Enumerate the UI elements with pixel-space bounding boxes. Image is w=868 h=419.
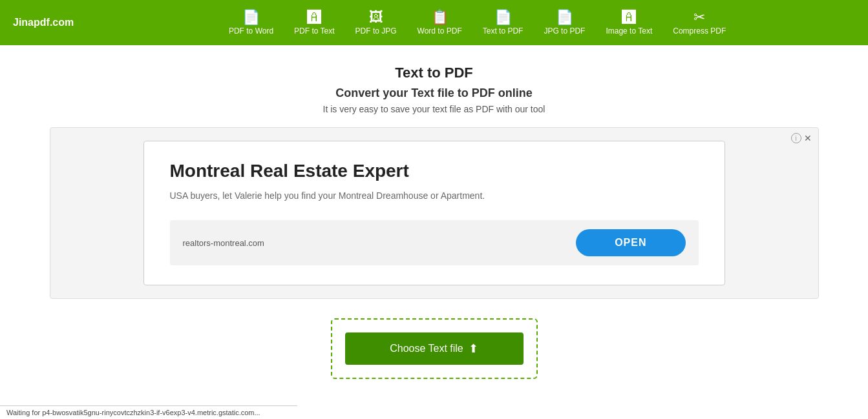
page-subtitle: Convert your Text file to PDF online (335, 87, 533, 100)
nav-item-compress-pdf[interactable]: ✂ Compress PDF (662, 5, 736, 41)
jpg-to-pdf-icon: 📄 (556, 10, 573, 25)
nav-item-label-image-to-text: Image to Text (606, 26, 652, 36)
choose-button-label: Choose Text file (390, 343, 463, 354)
nav-item-text-to-pdf[interactable]: 📄 Text to PDF (472, 5, 534, 41)
text-to-pdf-icon: 📄 (494, 10, 512, 25)
word-to-pdf-icon: 📋 (431, 10, 449, 25)
ad-inner: Montreal Real Estate Expert USA buyers, … (143, 141, 725, 285)
ad-text: USA buyers, let Valerie help you find yo… (170, 190, 699, 201)
nav-item-label-jpg-to-pdf: JPG to PDF (544, 26, 585, 36)
nav-item-label-pdf-to-jpg: PDF to JPG (355, 26, 397, 36)
ad-open-button[interactable]: OPEN (576, 229, 685, 256)
pdf-to-jpg-icon: 🖼 (369, 10, 383, 25)
nav-item-word-to-pdf[interactable]: 📋 Word to PDF (407, 5, 472, 41)
compress-pdf-icon: ✂ (693, 10, 705, 25)
page-description: It is very easy to save your text file a… (323, 104, 545, 114)
nav-item-label-compress-pdf: Compress PDF (673, 26, 726, 36)
nav-item-label-text-to-pdf: Text to PDF (483, 26, 524, 36)
ad-controls: i ✕ (791, 133, 812, 143)
nav-item-pdf-to-word[interactable]: 📄 PDF to Word (218, 5, 284, 41)
nav-item-jpg-to-pdf[interactable]: 📄 JPG to PDF (533, 5, 595, 41)
nav-item-label-pdf-to-text: PDF to Text (294, 26, 334, 36)
main-nav: 📄 PDF to Word 🅰 PDF to Text 🖼 PDF to JPG… (100, 5, 855, 41)
image-to-text-icon: 🅰 (622, 10, 636, 25)
page-title: Text to PDF (395, 65, 473, 81)
nav-item-label-word-to-pdf: Word to PDF (418, 26, 462, 36)
ad-domain: realtors-montreal.com (183, 238, 264, 248)
main-content: Text to PDF Convert your Text file to PD… (0, 45, 868, 392)
pdf-to-word-icon: 📄 (242, 10, 260, 25)
nav-item-image-to-text[interactable]: 🅰 Image to Text (595, 5, 662, 41)
ad-info-icon[interactable]: i (791, 133, 801, 143)
site-logo: Jinapdf.com (13, 17, 74, 28)
ad-container: i ✕ Montreal Real Estate Expert USA buye… (50, 127, 819, 299)
header: Jinapdf.com 📄 PDF to Word 🅰 PDF to Text … (0, 0, 868, 45)
upload-icon: ⬆ (469, 342, 478, 356)
choose-text-file-button[interactable]: Choose Text file ⬆ (345, 332, 524, 365)
nav-item-label-pdf-to-word: PDF to Word (229, 26, 273, 36)
ad-footer: realtors-montreal.com OPEN (170, 220, 699, 265)
ad-headline: Montreal Real Estate Expert (170, 161, 699, 181)
nav-item-pdf-to-text[interactable]: 🅰 PDF to Text (284, 5, 344, 41)
nav-item-pdf-to-jpg[interactable]: 🖼 PDF to JPG (345, 5, 407, 41)
ad-close-icon[interactable]: ✕ (804, 133, 812, 143)
pdf-to-text-icon: 🅰 (307, 10, 321, 25)
upload-area: Choose Text file ⬆ (331, 318, 538, 379)
